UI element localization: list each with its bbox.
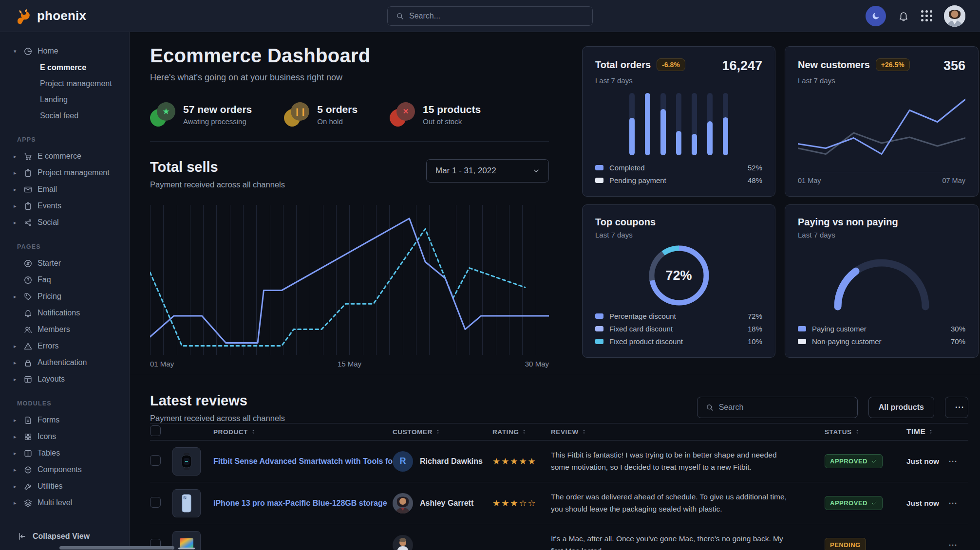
total-sells-header: Total sells Payment received across all … [150, 159, 549, 189]
sidebar-item-members[interactable]: Members [0, 321, 129, 338]
grid-icon [23, 432, 33, 441]
user-avatar[interactable] [944, 5, 965, 27]
global-search-input[interactable] [409, 12, 584, 20]
row-checkbox[interactable] [150, 497, 161, 508]
sidebar-item-label: Multi level [38, 498, 72, 507]
sidebar-item-starter[interactable]: Starter [0, 255, 129, 272]
product-link[interactable]: iPhone 13 pro max-Pacific Blue-128GB sto… [213, 499, 393, 508]
column-header-time[interactable]: TIME [898, 427, 949, 436]
sidebar-item-forms[interactable]: ▸ Forms [0, 412, 129, 428]
row-checkbox[interactable] [150, 455, 161, 466]
caret-right-icon: ▸ [14, 170, 19, 176]
top-coupons-donut-chart: 72% [595, 239, 762, 312]
donut-center-value: 72% [642, 239, 716, 312]
sidebar-item-utilities[interactable]: ▸ Utilities [0, 478, 129, 495]
row-more-button[interactable]: ··· [949, 499, 958, 507]
stats-row: ★ 57 new orders Awating processing ❙❙ 5 … [150, 102, 549, 127]
legend-label: Completed [609, 164, 645, 172]
sidebar-item-tables[interactable]: ▸ Tables [0, 445, 129, 461]
table-row: It's a Mac, after all. Once you've gone … [150, 524, 968, 550]
new_customers-lines [798, 92, 965, 165]
total-sells-subtitle: Payment received across all channels [150, 180, 285, 189]
x-axis-label: 01 May [798, 177, 821, 184]
sidebar-item-label: Authentication [38, 358, 87, 367]
select-all-checkbox[interactable] [150, 425, 161, 436]
sidebar-item-events[interactable]: ▸ Events [0, 198, 129, 214]
sidebar-item-email[interactable]: ▸ Email [0, 181, 129, 198]
legend-value: 52% [748, 164, 762, 172]
chevron-icon [532, 166, 541, 175]
sidebar-item-icons[interactable]: ▸ Icons [0, 428, 129, 445]
latest-reviews-title: Latest reviews [150, 393, 285, 409]
review-time: Just now [898, 457, 949, 466]
sidebar-subitem-social-feed[interactable]: Social feed [0, 108, 129, 124]
chevron-down-icon [532, 166, 541, 175]
new-customers-line-chart [798, 85, 965, 172]
stat-value: 5 orders [317, 104, 358, 115]
rating-stars: ★★★★★ [492, 456, 551, 467]
theme-toggle-button[interactable] [866, 6, 886, 26]
collapse-icon [17, 532, 27, 541]
sidebar-item-label: Pricing [38, 292, 61, 301]
sidebar-item-e-commerce[interactable]: ▸ E commerce [0, 148, 129, 165]
total_sells-lines [150, 205, 549, 355]
reviews-search[interactable] [697, 397, 858, 418]
stat-x-icon: ✕ [390, 102, 415, 127]
sidebar-item-label: Tables [38, 449, 60, 458]
product-link[interactable]: Fitbit Sense Advanced Smartwatch with To… [213, 457, 393, 466]
reviews-more-button[interactable]: ··· [945, 397, 968, 418]
sort-icon [581, 429, 587, 435]
brand-logo[interactable]: phoenix [15, 7, 86, 25]
sidebar-item-multi-level[interactable]: ▸ Multi level [0, 495, 129, 511]
avatar [393, 535, 413, 550]
column-header-product[interactable]: PRODUCT [213, 428, 393, 436]
sidebar-item-authentication[interactable]: ▸ Authentication [0, 354, 129, 371]
sidebar-item-faq[interactable]: Faq [0, 272, 129, 288]
sidebar-subitem-e-commerce[interactable]: E commerce [0, 59, 129, 75]
column-header-customer[interactable]: CUSTOMER [393, 428, 492, 436]
sidebar-item-label: Home [38, 47, 58, 55]
sidebar-item-social[interactable]: ▸ Social [0, 214, 129, 231]
column-header-status[interactable]: STATUS [815, 428, 898, 436]
sidebar-item-label: Errors [38, 342, 59, 350]
all-products-button[interactable]: All products [868, 397, 934, 418]
horizontal-scrollbar[interactable] [59, 546, 174, 550]
sidebar-subitem-landing[interactable]: Landing [0, 92, 129, 108]
global-search[interactable] [387, 6, 593, 26]
main-content: Ecommerce Dashboard Here's what's going … [130, 32, 980, 550]
sidebar-item-notifications[interactable]: Notifications [0, 305, 129, 321]
stat-pause-icon: ❙❙ [284, 102, 309, 127]
sidebar-item-errors[interactable]: ▸ Errors [0, 338, 129, 354]
total-orders-bar-chart [595, 85, 762, 164]
x-axis-label: 07 May [942, 177, 965, 184]
sidebar-item-home[interactable]: ▾ Home [0, 43, 129, 59]
column-header-rating[interactable]: RATING [492, 428, 551, 436]
column-header-review[interactable]: REVIEW [551, 428, 815, 436]
row-more-button[interactable]: ··· [949, 457, 958, 465]
gauge-arcs [826, 252, 938, 312]
caret-right-icon: ▸ [14, 483, 19, 490]
sidebar-item-layouts[interactable]: ▸ Layouts [0, 371, 129, 387]
sidebar-subitem-project-management[interactable]: Project management [0, 75, 129, 92]
sidebar-item-label: Social [38, 218, 59, 227]
bar-fill [707, 121, 713, 155]
sidebar-item-project-management[interactable]: ▸ Project management [0, 165, 129, 181]
customer-name: Ashley Garrett [420, 499, 473, 508]
reviews-search-input[interactable] [719, 403, 849, 412]
question-icon [23, 275, 33, 285]
sidebar-item-pricing[interactable]: ▸ Pricing [0, 288, 129, 305]
notifications-button[interactable] [898, 10, 909, 22]
bar-fill [723, 117, 728, 155]
caret-right-icon: ▸ [14, 293, 19, 300]
latest-reviews-subtitle: Payment received across all channels [150, 414, 285, 423]
bell-icon [898, 10, 909, 22]
cart-icon [23, 152, 33, 161]
kpi-cards: Total orders -6.8% 16,247 Last 7 days [582, 46, 979, 358]
row-more-button[interactable]: ··· [949, 541, 958, 549]
customer-name: Richard Dawkins [420, 457, 483, 466]
sidebar-item-components[interactable]: ▸ Components [0, 461, 129, 478]
apps-grid-button[interactable] [921, 10, 932, 21]
paying-card: Paying vs non paying Last 7 days Paying … [785, 204, 979, 358]
legend-label: Pending payment [609, 176, 666, 184]
date-range-select[interactable]: Mar 1 - 31, 2022 [426, 159, 549, 183]
